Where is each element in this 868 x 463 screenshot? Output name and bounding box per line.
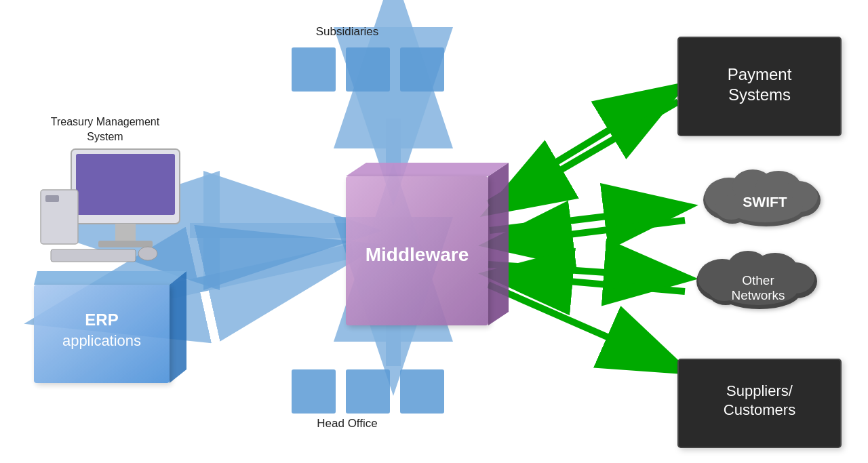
treasury-label-line1: Treasury Management bbox=[51, 116, 160, 127]
middleware-payment-arrow-out bbox=[488, 88, 678, 203]
middleware-suppliers-arrow bbox=[488, 285, 682, 369]
headoffice-box-3 bbox=[400, 369, 444, 414]
erp-label-line1: ERP bbox=[85, 310, 118, 329]
payment-label-line2: Systems bbox=[728, 85, 791, 104]
headoffice-box-2 bbox=[346, 369, 390, 414]
monitor-screen bbox=[76, 154, 175, 215]
subsidiaries-label: Subsidiaries bbox=[316, 25, 379, 38]
middleware-label: Middleware bbox=[366, 244, 469, 265]
other-label-line2: Networks bbox=[731, 288, 785, 302]
middleware-box-top bbox=[346, 163, 509, 176]
keyboard bbox=[51, 249, 136, 262]
subsidiary-box-2 bbox=[346, 47, 390, 92]
payment-label-line1: Payment bbox=[728, 65, 792, 83]
architecture-diagram: Middleware ERP applications Subsidiaries… bbox=[0, 0, 868, 463]
middleware-box-side bbox=[488, 163, 509, 325]
swift-label: SWIFT bbox=[743, 194, 787, 209]
mouse bbox=[138, 247, 157, 260]
headoffice-box-1 bbox=[292, 369, 336, 414]
erp-middleware-arrow bbox=[170, 251, 353, 291]
other-label-line1: Other bbox=[742, 273, 774, 287]
erp-label-line2: applications bbox=[62, 332, 141, 349]
headoffice-label: Head Office bbox=[317, 417, 377, 430]
suppliers-label-line1: Suppliers/ bbox=[726, 382, 793, 399]
monitor-stand-neck bbox=[115, 224, 136, 241]
pc-drive-slot bbox=[45, 195, 59, 202]
monitor-stand-base bbox=[98, 241, 153, 247]
erp-box-top bbox=[34, 271, 186, 285]
treasury-label-line2: System bbox=[87, 131, 123, 142]
subsidiary-box-1 bbox=[292, 47, 336, 92]
erp-box-side bbox=[170, 271, 186, 383]
svg-point-15 bbox=[715, 195, 747, 220]
subsidiary-box-3 bbox=[400, 47, 444, 92]
suppliers-label-line2: Customers bbox=[724, 401, 795, 418]
middleware-payment-arrow-in bbox=[492, 102, 678, 210]
